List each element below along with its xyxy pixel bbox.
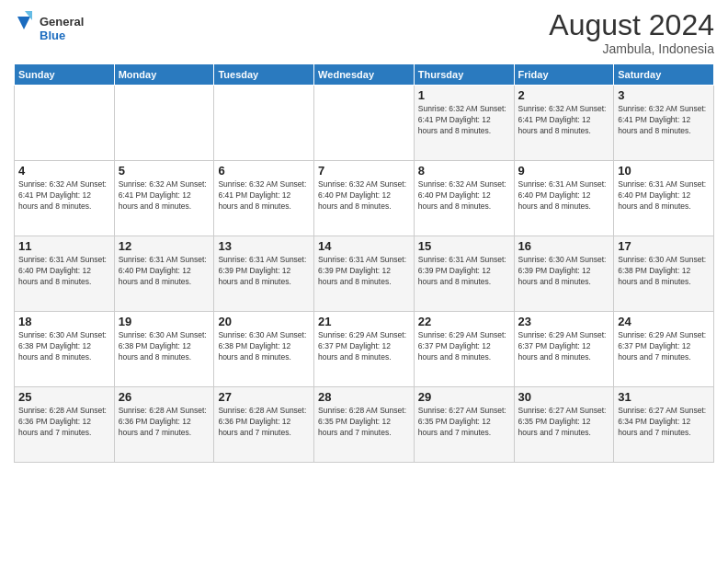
- day-info: Sunrise: 6:31 AM Sunset: 6:39 PM Dayligh…: [418, 255, 510, 288]
- day-number: 18: [18, 315, 110, 328]
- day-info: Sunrise: 6:31 AM Sunset: 6:40 PM Dayligh…: [18, 255, 110, 288]
- calendar-cell: 1Sunrise: 6:32 AM Sunset: 6:41 PM Daylig…: [414, 86, 514, 161]
- calendar-table: Sunday Monday Tuesday Wednesday Thursday…: [14, 63, 714, 463]
- logo: General Blue: [14, 9, 97, 46]
- day-info: Sunrise: 6:30 AM Sunset: 6:38 PM Dayligh…: [18, 330, 110, 363]
- day-info: Sunrise: 6:30 AM Sunset: 6:39 PM Dayligh…: [518, 255, 610, 288]
- col-thursday: Thursday: [414, 64, 514, 86]
- calendar-cell: 20Sunrise: 6:30 AM Sunset: 6:38 PM Dayli…: [214, 312, 314, 387]
- day-info: Sunrise: 6:28 AM Sunset: 6:36 PM Dayligh…: [18, 406, 110, 439]
- day-number: 19: [119, 315, 210, 328]
- day-number: 29: [418, 390, 510, 404]
- day-info: Sunrise: 6:32 AM Sunset: 6:41 PM Dayligh…: [18, 179, 110, 213]
- week-row-4: 18Sunrise: 6:30 AM Sunset: 6:38 PM Dayli…: [15, 312, 714, 387]
- day-info: Sunrise: 6:28 AM Sunset: 6:36 PM Dayligh…: [119, 406, 210, 439]
- day-info: Sunrise: 6:32 AM Sunset: 6:41 PM Dayligh…: [418, 104, 510, 137]
- calendar-cell: 14Sunrise: 6:31 AM Sunset: 6:39 PM Dayli…: [314, 236, 415, 312]
- day-info: Sunrise: 6:27 AM Sunset: 6:35 PM Dayligh…: [518, 406, 610, 439]
- calendar-cell: 8Sunrise: 6:32 AM Sunset: 6:40 PM Daylig…: [414, 161, 514, 236]
- day-info: Sunrise: 6:32 AM Sunset: 6:41 PM Dayligh…: [218, 179, 310, 213]
- calendar-cell: 16Sunrise: 6:30 AM Sunset: 6:39 PM Dayli…: [514, 236, 614, 312]
- svg-marker-2: [17, 17, 30, 29]
- col-monday: Monday: [114, 64, 214, 86]
- day-info: Sunrise: 6:30 AM Sunset: 6:38 PM Dayligh…: [618, 255, 710, 288]
- calendar-cell: 2Sunrise: 6:32 AM Sunset: 6:41 PM Daylig…: [514, 86, 614, 161]
- day-info: Sunrise: 6:31 AM Sunset: 6:39 PM Dayligh…: [318, 255, 410, 288]
- week-row-3: 11Sunrise: 6:31 AM Sunset: 6:40 PM Dayli…: [15, 236, 714, 312]
- day-info: Sunrise: 6:29 AM Sunset: 6:37 PM Dayligh…: [518, 330, 610, 363]
- day-info: Sunrise: 6:32 AM Sunset: 6:41 PM Dayligh…: [119, 179, 210, 213]
- calendar-cell: 31Sunrise: 6:27 AM Sunset: 6:34 PM Dayli…: [614, 387, 714, 463]
- calendar-cell: [15, 86, 115, 161]
- calendar-cell: 12Sunrise: 6:31 AM Sunset: 6:40 PM Dayli…: [114, 236, 214, 312]
- day-info: Sunrise: 6:32 AM Sunset: 6:40 PM Dayligh…: [418, 179, 510, 213]
- calendar-cell: 10Sunrise: 6:31 AM Sunset: 6:40 PM Dayli…: [614, 161, 714, 236]
- calendar-cell: [214, 86, 314, 161]
- col-saturday: Saturday: [614, 64, 714, 86]
- day-info: Sunrise: 6:32 AM Sunset: 6:40 PM Dayligh…: [318, 179, 410, 213]
- day-info: Sunrise: 6:27 AM Sunset: 6:35 PM Dayligh…: [418, 406, 510, 439]
- day-number: 8: [418, 164, 510, 178]
- day-number: 13: [218, 239, 310, 253]
- day-number: 15: [418, 239, 510, 253]
- calendar-cell: 13Sunrise: 6:31 AM Sunset: 6:39 PM Dayli…: [214, 236, 314, 312]
- day-number: 24: [618, 315, 710, 328]
- day-info: Sunrise: 6:28 AM Sunset: 6:35 PM Dayligh…: [318, 406, 410, 439]
- calendar-cell: [314, 86, 415, 161]
- calendar-cell: 24Sunrise: 6:29 AM Sunset: 6:37 PM Dayli…: [614, 312, 714, 387]
- day-number: 28: [318, 390, 410, 404]
- day-info: Sunrise: 6:31 AM Sunset: 6:39 PM Dayligh…: [218, 255, 310, 288]
- day-number: 3: [618, 88, 710, 102]
- calendar-cell: 19Sunrise: 6:30 AM Sunset: 6:38 PM Dayli…: [114, 312, 214, 387]
- col-wednesday: Wednesday: [314, 64, 415, 86]
- day-number: 1: [418, 88, 510, 102]
- day-info: Sunrise: 6:31 AM Sunset: 6:40 PM Dayligh…: [518, 179, 610, 213]
- month-year: August 2024: [549, 9, 714, 41]
- day-info: Sunrise: 6:32 AM Sunset: 6:41 PM Dayligh…: [618, 104, 710, 137]
- day-number: 27: [218, 390, 310, 404]
- day-number: 31: [618, 390, 710, 404]
- svg-text:Blue: Blue: [40, 29, 65, 42]
- calendar-cell: 23Sunrise: 6:29 AM Sunset: 6:37 PM Dayli…: [514, 312, 614, 387]
- day-info: Sunrise: 6:29 AM Sunset: 6:37 PM Dayligh…: [418, 330, 510, 363]
- col-friday: Friday: [514, 64, 614, 86]
- day-info: Sunrise: 6:29 AM Sunset: 6:37 PM Dayligh…: [618, 330, 710, 363]
- calendar-cell: 28Sunrise: 6:28 AM Sunset: 6:35 PM Dayli…: [314, 387, 415, 463]
- day-info: Sunrise: 6:27 AM Sunset: 6:34 PM Dayligh…: [618, 406, 710, 439]
- day-number: 11: [18, 239, 110, 253]
- week-row-2: 4Sunrise: 6:32 AM Sunset: 6:41 PM Daylig…: [15, 161, 714, 236]
- calendar-cell: 17Sunrise: 6:30 AM Sunset: 6:38 PM Dayli…: [614, 236, 714, 312]
- calendar-cell: 11Sunrise: 6:31 AM Sunset: 6:40 PM Dayli…: [15, 236, 115, 312]
- day-number: 23: [518, 315, 610, 328]
- calendar-cell: 26Sunrise: 6:28 AM Sunset: 6:36 PM Dayli…: [114, 387, 214, 463]
- calendar-cell: 29Sunrise: 6:27 AM Sunset: 6:35 PM Dayli…: [414, 387, 514, 463]
- day-number: 17: [618, 239, 710, 253]
- day-number: 12: [119, 239, 210, 253]
- day-number: 4: [18, 164, 110, 178]
- location: Jambula, Indonesia: [549, 41, 714, 56]
- calendar-cell: 27Sunrise: 6:28 AM Sunset: 6:36 PM Dayli…: [214, 387, 314, 463]
- title-block: August 2024 Jambula, Indonesia: [549, 9, 714, 56]
- calendar-cell: 5Sunrise: 6:32 AM Sunset: 6:41 PM Daylig…: [114, 161, 214, 236]
- col-sunday: Sunday: [15, 64, 115, 86]
- calendar-cell: 30Sunrise: 6:27 AM Sunset: 6:35 PM Dayli…: [514, 387, 614, 463]
- calendar-cell: 22Sunrise: 6:29 AM Sunset: 6:37 PM Dayli…: [414, 312, 514, 387]
- calendar-cell: 7Sunrise: 6:32 AM Sunset: 6:40 PM Daylig…: [314, 161, 415, 236]
- day-number: 6: [218, 164, 310, 178]
- day-number: 16: [518, 239, 610, 253]
- calendar-cell: [114, 86, 214, 161]
- day-number: 5: [119, 164, 210, 178]
- day-info: Sunrise: 6:31 AM Sunset: 6:40 PM Dayligh…: [119, 255, 210, 288]
- day-info: Sunrise: 6:30 AM Sunset: 6:38 PM Dayligh…: [119, 330, 210, 363]
- day-number: 20: [218, 315, 310, 328]
- day-info: Sunrise: 6:29 AM Sunset: 6:37 PM Dayligh…: [318, 330, 410, 363]
- col-tuesday: Tuesday: [214, 64, 314, 86]
- day-number: 2: [518, 88, 610, 102]
- day-info: Sunrise: 6:30 AM Sunset: 6:38 PM Dayligh…: [218, 330, 310, 363]
- calendar-cell: 4Sunrise: 6:32 AM Sunset: 6:41 PM Daylig…: [15, 161, 115, 236]
- day-info: Sunrise: 6:32 AM Sunset: 6:41 PM Dayligh…: [518, 104, 610, 137]
- calendar-header-row: Sunday Monday Tuesday Wednesday Thursday…: [15, 64, 714, 86]
- svg-text:General: General: [40, 15, 84, 29]
- day-number: 10: [618, 164, 710, 178]
- week-row-5: 25Sunrise: 6:28 AM Sunset: 6:36 PM Dayli…: [15, 387, 714, 463]
